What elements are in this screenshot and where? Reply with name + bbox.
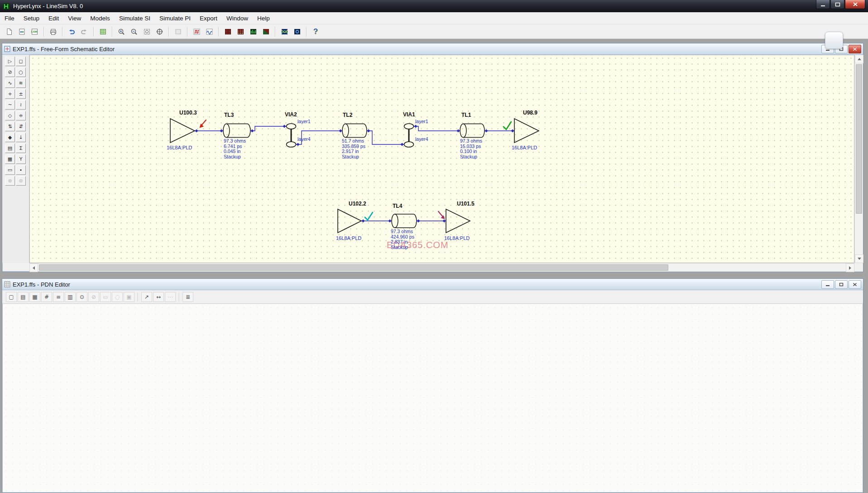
more-tool[interactable]: ⋯ [165,292,176,302]
results-button[interactable] [247,26,259,38]
circle-tool[interactable]: ◌ [112,292,123,302]
coupled-line-tool[interactable]: ≋ [16,78,26,88]
pin-tool[interactable]: ○ [16,67,26,77]
tline-TL1[interactable] [460,124,484,138]
schematic-close-button[interactable] [849,45,861,53]
transfer-tool[interactable]: ⇵ [16,122,26,131]
menu-view[interactable]: View [63,13,86,24]
plane-tool[interactable]: # [41,292,52,302]
menu-export[interactable]: Export [195,13,222,24]
bert-scan-button[interactable] [221,26,234,38]
via-tool[interactable]: ◇ [5,111,15,120]
menu-setup[interactable]: Setup [19,13,44,24]
zoom-in-button[interactable] [115,26,128,38]
menu-window[interactable]: Window [222,13,253,24]
sum-tool[interactable]: Σ [16,144,26,153]
disconnect-tool[interactable]: ⊘ [5,67,15,77]
options-button[interactable] [172,26,184,38]
schematic-horizontal-scrollbar[interactable] [29,263,854,272]
bars-tool[interactable]: ▥ [65,292,76,302]
diamond-tool[interactable]: ◆ [5,133,15,142]
squiggle-tool[interactable]: ≀ [16,100,26,110]
zoom-out-button[interactable] [128,26,140,38]
pdn-close-button[interactable] [849,280,861,289]
rect-tool[interactable]: ▭ [100,292,111,302]
via-VIA1[interactable] [404,124,414,147]
bert-scan2-button[interactable] [234,26,247,38]
ic-tool[interactable]: ▤ [5,144,15,153]
via-VIA2[interactable] [287,124,296,147]
close-button[interactable] [845,0,865,9]
wire-tool[interactable]: ▷ [5,57,15,66]
line-probe-tool[interactable]: ↗ [141,292,152,302]
scroll-right-button[interactable] [846,263,854,272]
new-button[interactable] [3,26,15,38]
menu-edit[interactable]: Edit [44,13,63,24]
pdn-minimize-button[interactable] [821,280,834,289]
layer-tool[interactable]: ▣ [124,292,134,302]
probe-b-tool[interactable]: ⊘ [88,292,99,302]
resistor-tool[interactable]: ▭ [5,165,15,175]
board-view-button[interactable] [96,26,109,38]
open-button[interactable] [15,26,28,38]
select-tool[interactable]: ◻ [16,57,26,66]
add-node-tool[interactable]: + [5,89,15,99]
horizontal-scroll-thumb[interactable] [39,264,668,271]
maximize-button[interactable] [830,0,844,9]
pan-center-button[interactable] [153,26,166,38]
area-select-tool[interactable]: ▢ [6,292,17,302]
ground-tool[interactable]: ⊜ [16,176,26,186]
help-button[interactable]: ? [309,26,322,38]
power-tool[interactable]: ⊕ [5,176,15,186]
redo-button[interactable] [78,26,91,38]
stackup-tool[interactable]: ≑ [16,111,26,120]
buffer-U98-9[interactable] [514,119,539,143]
tline-TL3[interactable] [223,124,250,138]
print-tool[interactable]: ≣ [182,292,193,302]
ac-source-tool[interactable]: ~ [5,100,15,110]
schematic-canvas[interactable]: EDA365.COM [29,55,854,263]
page-tool[interactable]: ▤ [18,292,29,302]
down-tool[interactable]: ↓ [16,133,26,142]
scroll-down-button[interactable] [855,254,863,263]
menu-file[interactable]: File [0,13,19,24]
stackup-editor-button[interactable] [259,26,272,38]
buffer-U102-2[interactable] [338,209,361,233]
vertical-scroll-thumb[interactable] [856,64,862,214]
tline-tool[interactable]: ∿ [5,78,15,88]
pdn-window-titlebar[interactable]: EXP1.ffs - PDN Editor [2,279,863,290]
grid-tool[interactable]: ▦ [29,292,40,302]
eye-diagram-button[interactable] [278,26,291,38]
dot-tool[interactable]: ∙ [16,165,26,175]
buffer-U100-3[interactable] [170,119,195,143]
grid-tool[interactable]: ▦ [5,154,15,164]
plane2-tool[interactable]: ≡ [53,292,64,302]
print-button[interactable] [47,26,59,38]
eye-mask-button[interactable] [291,26,303,38]
swap-tool[interactable]: ⇅ [5,122,15,131]
scroll-left-button[interactable] [29,263,38,272]
tline-TL2[interactable] [342,124,367,138]
measure-tool[interactable]: ↔ [153,292,164,302]
menu-simulate-si[interactable]: Simulate SI [115,13,155,24]
minimize-button[interactable] [816,0,830,9]
zoom-fit-button[interactable] [140,26,153,38]
buffer-ref-label: U101.5 [457,201,475,207]
schematic-window-titlebar[interactable]: EXP1.ffs - Free-Form Schematic Editor [2,43,863,55]
pdn-canvas[interactable] [3,304,863,492]
oscilloscope-button[interactable] [190,26,203,38]
schematic-vertical-scrollbar[interactable] [854,55,863,263]
menu-help[interactable]: Help [253,13,274,24]
buffer-U101-5[interactable] [446,209,470,233]
menu-simulate-pi[interactable]: Simulate PI [155,13,195,24]
cross-tool[interactable]: ± [16,89,26,99]
tline-TL4[interactable] [392,214,417,228]
spectrum-button[interactable] [203,26,216,38]
pdn-maximize-button[interactable] [835,280,848,289]
probe-tool[interactable]: Y [16,154,26,164]
save-lsm-button[interactable]: LSM [28,26,41,38]
probe-a-tool[interactable]: ⊙ [77,292,87,302]
scroll-up-button[interactable] [855,55,863,63]
menu-models[interactable]: Models [86,13,115,24]
undo-button[interactable] [65,26,78,38]
